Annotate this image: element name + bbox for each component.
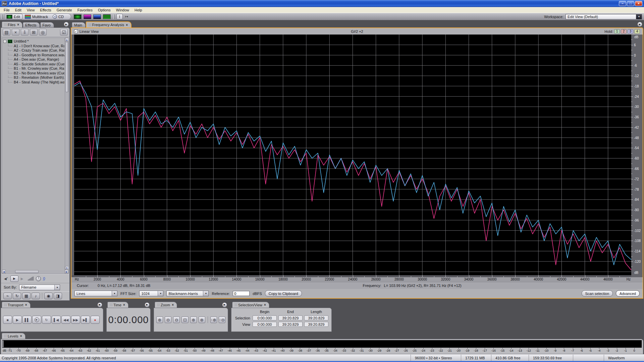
scroll-left-icon[interactable]: ◀	[2, 270, 6, 274]
chevron-down-icon[interactable]: ▼	[158, 291, 163, 296]
collapse-icon[interactable]: -	[3, 40, 6, 43]
window-function-select[interactable]: Blackmann-Harris ▼	[166, 291, 209, 296]
preview-volume-value[interactable]: 0	[43, 277, 45, 281]
advanced-button[interactable]: Advanced	[616, 290, 640, 297]
menu-generate[interactable]: Generate	[54, 7, 75, 13]
cd-view-button[interactable]: CD	[52, 14, 66, 19]
fft-size-select[interactable]: 1024 ▼	[139, 291, 163, 296]
tab-close-icon[interactable]: ×	[126, 23, 128, 27]
multitrack-view-button[interactable]: Multitrack	[24, 14, 50, 19]
zoom-in-right-selection-button[interactable]: ⊕	[199, 316, 205, 323]
import-video-icon[interactable]: ⊞	[30, 29, 38, 36]
spectral-pan-display-button[interactable]	[93, 14, 102, 20]
spectrum-plot[interactable]	[74, 35, 631, 275]
chevron-down-icon[interactable]: ▼	[203, 291, 208, 296]
tab-time[interactable]: Time×	[107, 302, 128, 308]
tab-zoom[interactable]: Zoom×	[155, 302, 177, 308]
toolbar-grip[interactable]	[1, 14, 2, 19]
quick-cue-icon[interactable]: ◨	[54, 293, 62, 299]
show-midi-files-icon[interactable]: ♪	[32, 293, 40, 299]
chevron-down-icon[interactable]: ▼	[54, 285, 60, 290]
panel-menu-button[interactable]: ▶	[64, 22, 69, 27]
spectral-phase-display-button[interactable]	[102, 14, 111, 20]
panel-menu-button[interactable]: ▶	[97, 302, 102, 307]
preview-volume-knob[interactable]	[36, 276, 41, 281]
vertical-scrollbar[interactable]: ▲ ▼	[65, 38, 68, 270]
tab-files[interactable]: Files×	[2, 21, 22, 27]
scroll-right-icon[interactable]: ▶	[65, 270, 68, 274]
scrollbar-thumb[interactable]	[15, 270, 39, 273]
file-item[interactable]: A4 - Dee.wav (Cue, Range)	[3, 57, 64, 62]
open-file-icon[interactable]: ▤	[3, 29, 10, 36]
tab-close-icon[interactable]: ×	[264, 303, 266, 307]
panel-menu-button[interactable]: ▶	[222, 302, 227, 307]
tab-frequency-analysis[interactable]: Frequency Analysis×	[86, 21, 131, 27]
play-button[interactable]: ▶	[13, 316, 22, 324]
restore-button[interactable]: □	[627, 1, 634, 6]
file-item[interactable]: A2 - Crazy Train.wav (Cue, Rang	[3, 48, 64, 53]
file-item[interactable]: B4 - Steal Away (The Night).wav	[3, 80, 64, 84]
volume-bars-icon[interactable]	[28, 277, 34, 281]
menu-effects[interactable]: Effects	[37, 7, 54, 13]
import-cd-audio-icon[interactable]: ◎	[39, 29, 47, 36]
zoom-in-horizontal-button[interactable]: ⊕	[156, 316, 163, 323]
scroll-down-icon[interactable]: ▼	[65, 266, 69, 270]
preview-play-button[interactable]: ▶	[21, 277, 23, 281]
rewind-button[interactable]: ◀◀	[61, 316, 70, 324]
hold-4-button[interactable]: 4	[634, 29, 640, 34]
hold-2-button[interactable]: 2	[621, 29, 627, 34]
waveform-display-button[interactable]	[73, 14, 82, 20]
pause-button[interactable]: ▌▌	[22, 316, 32, 324]
scrub-tool[interactable]: ↦	[123, 14, 130, 19]
view-end-value[interactable]: 39:20.829	[278, 322, 303, 327]
zoom-out-horizontal-button[interactable]: ⊖	[165, 316, 171, 323]
show-loop-files-icon[interactable]: ↻	[13, 293, 21, 299]
tab-close-icon[interactable]: ×	[17, 23, 19, 26]
tab-selection-view[interactable]: Selection/View×	[232, 302, 269, 308]
tab-favo[interactable]: Favo	[40, 22, 54, 27]
time-selection-tool[interactable]: I	[116, 14, 123, 19]
play-from-cursor-button[interactable]: ▶	[32, 316, 41, 324]
menu-options[interactable]: Options	[95, 7, 113, 13]
go-to-end-button[interactable]: ▶▌	[81, 316, 90, 324]
selection-length-value[interactable]: 39:20.829	[304, 315, 328, 320]
selection-end-value[interactable]: 39:20.829	[278, 315, 303, 320]
edit-view-button[interactable]: Edit	[5, 14, 22, 19]
hold-1-button[interactable]: 1	[614, 29, 620, 34]
view-length-value[interactable]: 39:20.829	[304, 322, 328, 327]
hold-3-button[interactable]: 3	[628, 29, 633, 34]
minimize-button[interactable]: –	[619, 1, 626, 6]
play-looped-button[interactable]: ↻	[42, 316, 51, 324]
show-options-icon[interactable]: ☑	[60, 29, 68, 36]
zoom-in-vertical-button[interactable]: ↕⊕	[210, 316, 217, 323]
scroll-up-icon[interactable]: ▲	[65, 38, 69, 42]
chevron-down-icon[interactable]: ▼	[636, 14, 642, 19]
zoom-in-left-selection-button[interactable]: ⊕	[190, 316, 197, 323]
selection-begin-value[interactable]: 0:00.000	[253, 315, 277, 320]
mute-speaker-icon[interactable]: ◀×	[4, 277, 8, 281]
close-button[interactable]: ×	[635, 1, 642, 6]
scrollbar-thumb[interactable]	[65, 42, 68, 92]
scan-selection-button[interactable]: Scan selection	[582, 290, 613, 297]
sort-by-select[interactable]: Filename ▼	[19, 285, 60, 290]
linear-view-checkbox[interactable]: ✓	[74, 29, 78, 33]
chevron-down-icon[interactable]: ▼	[112, 291, 117, 296]
zoom-out-vertical-button[interactable]: ↕⊖	[219, 316, 225, 323]
view-begin-value[interactable]: 0:00.000	[253, 322, 277, 327]
import-audio-icon[interactable]: ⇩	[21, 29, 29, 36]
auto-play-toggle[interactable]: ▶	[10, 276, 18, 282]
file-item[interactable]: B2 - No Bone Movies.wav (Cue,	[3, 71, 64, 75]
menu-edit[interactable]: Edit	[12, 7, 24, 13]
copy-to-clipboard-button[interactable]: Copy to Clipboard	[265, 290, 302, 297]
horizontal-scrollbar[interactable]: ◀ ▶	[2, 270, 69, 274]
file-item[interactable]: B1 - Mr. Crowley.wav (Cue, Rang	[3, 66, 64, 71]
fast-forward-button[interactable]: ▶▶	[71, 316, 80, 324]
tab-close-icon[interactable]: ×	[25, 303, 27, 307]
workspace-select[interactable]: Edit View (Default) ▼	[566, 14, 642, 19]
stop-button[interactable]: ■	[3, 316, 12, 324]
tab-main[interactable]: Main	[72, 22, 86, 27]
show-video-files-icon[interactable]: ▦	[22, 293, 31, 299]
menu-favorites[interactable]: Favorites	[75, 7, 95, 13]
menu-view[interactable]: View	[24, 7, 38, 13]
panel-menu-button[interactable]: ▶	[145, 302, 150, 307]
